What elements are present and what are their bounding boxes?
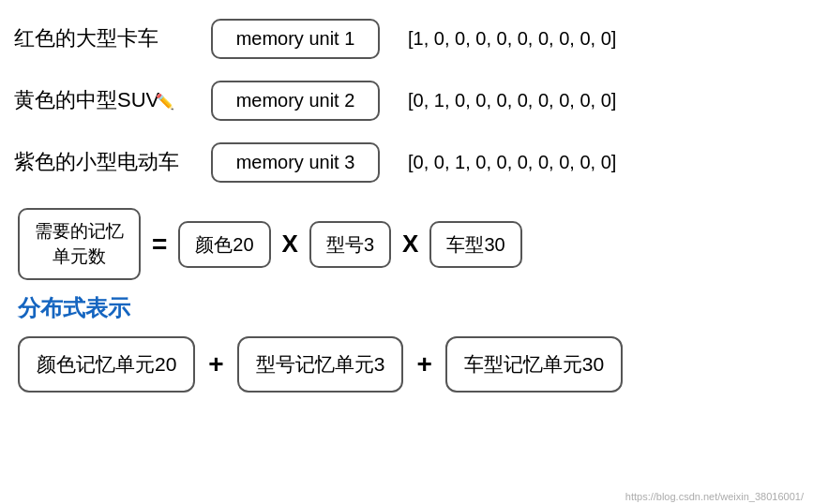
memory-row-2: 黄色的中型SUV ✏️ memory unit 2 [0, 1, 0, 0, 0… — [14, 71, 799, 129]
distributed-title: 分布式表示 — [14, 293, 799, 323]
pencil-icon: ✏️ — [156, 94, 174, 110]
formula-part-3: 车型30 — [429, 221, 521, 268]
equals-sign: = — [152, 230, 167, 259]
memory-rows-section: 红色的大型卡车 memory unit 1 [1, 0, 0, 0, 0, 0,… — [14, 9, 799, 191]
bottom-box-3: 车型记忆单元30 — [445, 336, 623, 393]
formula-section: 需要的记忆 单元数 = 颜色20 X 型号3 X 车型30 — [14, 208, 799, 280]
label-row3: 紫色的小型电动车 — [14, 148, 192, 176]
memory-unit-box-1: memory unit 1 — [211, 19, 380, 59]
plus-sign-1: + — [208, 349, 223, 379]
vector-row3: [0, 0, 1, 0, 0, 0, 0, 0, 0, 0] — [408, 152, 616, 173]
memory-unit-box-3: memory unit 3 — [211, 142, 380, 183]
memory-row-3: 紫色的小型电动车 memory unit 3 [0, 0, 1, 0, 0, 0… — [14, 133, 799, 191]
memory-row-1: 红色的大型卡车 memory unit 1 [1, 0, 0, 0, 0, 0,… — [14, 9, 799, 67]
bottom-box-1: 颜色记忆单元20 — [18, 336, 195, 393]
label-row1: 红色的大型卡车 — [14, 24, 192, 52]
bottom-section: 颜色记忆单元20 + 型号记忆单元3 + 车型记忆单元30 — [14, 336, 799, 393]
x-sign-2: X — [402, 230, 418, 259]
label-row2: 黄色的中型SUV ✏️ — [14, 86, 192, 114]
x-sign-1: X — [282, 230, 298, 259]
formula-part-1: 颜色20 — [178, 221, 270, 268]
bottom-box-2: 型号记忆单元3 — [237, 336, 404, 393]
formula-part-2: 型号3 — [309, 221, 391, 268]
watermark: https://blog.csdn.net/weixin_38016001/ — [625, 491, 804, 502]
formula-label-box: 需要的记忆 单元数 — [18, 208, 141, 280]
vector-row1: [1, 0, 0, 0, 0, 0, 0, 0, 0, 0] — [408, 28, 616, 50]
memory-unit-box-2: memory unit 2 — [211, 81, 380, 121]
vector-row2: [0, 1, 0, 0, 0, 0, 0, 0, 0, 0] — [408, 90, 616, 111]
plus-sign-2: + — [416, 349, 431, 379]
